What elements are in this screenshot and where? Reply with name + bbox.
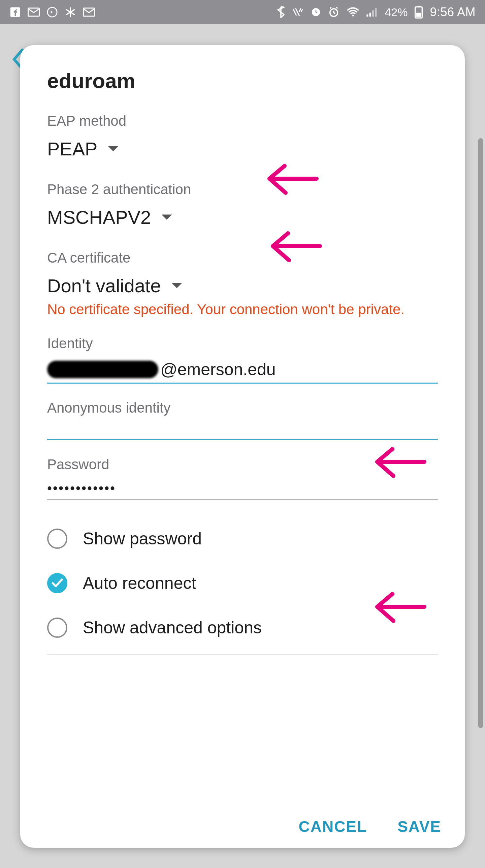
radio-unchecked-icon [47, 529, 67, 549]
status-bar: 42% 9:56 AM [0, 0, 485, 24]
chevron-down-icon [171, 282, 183, 290]
auto-reconnect-row[interactable]: Auto reconnect [47, 561, 438, 605]
show-password-label: Show password [83, 529, 202, 548]
identity-input[interactable]: @emerson.edu [47, 355, 438, 384]
password-label: Password [47, 456, 438, 473]
ca-cert-dropdown[interactable]: Don't validate [47, 275, 438, 297]
save-button[interactable]: SAVE [397, 817, 441, 836]
password-value: •••••••••••• [47, 481, 116, 496]
identity-suffix: @emerson.edu [160, 360, 276, 379]
svg-rect-12 [416, 13, 421, 17]
eap-method-value: PEAP [47, 138, 97, 160]
alarm-icon [328, 6, 340, 18]
password-input[interactable]: •••••••••••• [47, 476, 438, 500]
status-right: 42% 9:56 AM [277, 5, 476, 19]
scroll-indicator [478, 138, 483, 728]
chevron-down-icon [107, 145, 119, 153]
divider [47, 654, 438, 655]
facebook-icon [9, 6, 21, 18]
mail-icon-2 [83, 7, 95, 17]
anon-identity-input[interactable] [47, 419, 438, 440]
mail-icon [28, 7, 40, 17]
battery-icon [414, 6, 423, 19]
sound-icon [46, 6, 58, 18]
anon-identity-label: Anonymous identity [47, 400, 438, 416]
vibrate-icon [292, 7, 304, 18]
identity-field-wrap: Identity @emerson.edu [47, 335, 438, 384]
svg-rect-7 [367, 14, 368, 17]
ca-cert-value: Don't validate [47, 275, 161, 297]
wifi-icon [346, 7, 360, 18]
show-advanced-row[interactable]: Show advanced options [47, 605, 438, 650]
battery-text: 42% [385, 6, 408, 19]
sync-icon [311, 7, 321, 18]
radio-checked-icon [47, 573, 67, 593]
show-advanced-label: Show advanced options [83, 618, 262, 637]
redacted-identity [47, 361, 158, 378]
svg-rect-8 [369, 13, 371, 17]
asterisk-icon [65, 6, 76, 18]
phase2-label: Phase 2 authentication [47, 181, 438, 198]
wifi-config-dialog: eduroam EAP method PEAP Phase 2 authenti… [20, 45, 465, 848]
svg-rect-13 [418, 6, 420, 7]
phase2-dropdown[interactable]: MSCHAPV2 [47, 206, 438, 228]
cert-warning-text: No certificate specified. Your connectio… [47, 300, 438, 319]
chevron-down-icon [161, 214, 172, 221]
password-wrap: Password •••••••••••• [47, 456, 438, 500]
svg-point-6 [352, 14, 354, 16]
eap-method-label: EAP method [47, 113, 438, 129]
eap-method-dropdown[interactable]: PEAP [47, 138, 438, 160]
clock-text: 9:56 AM [430, 5, 476, 19]
show-password-row[interactable]: Show password [47, 516, 438, 561]
ca-cert-label: CA certificate [47, 250, 438, 266]
identity-label: Identity [47, 335, 438, 352]
radio-unchecked-icon [47, 618, 67, 638]
dialog-title: eduroam [47, 69, 438, 93]
signal-icon [366, 7, 378, 17]
cancel-button[interactable]: CANCEL [298, 817, 367, 836]
phase2-value: MSCHAPV2 [47, 206, 151, 228]
svg-rect-9 [372, 10, 374, 17]
svg-rect-10 [375, 8, 377, 17]
bluetooth-icon [277, 6, 285, 18]
anon-identity-wrap: Anonymous identity [47, 400, 438, 440]
dialog-actions: CANCEL SAVE [298, 817, 441, 836]
status-left [9, 6, 95, 18]
auto-reconnect-label: Auto reconnect [83, 573, 196, 593]
